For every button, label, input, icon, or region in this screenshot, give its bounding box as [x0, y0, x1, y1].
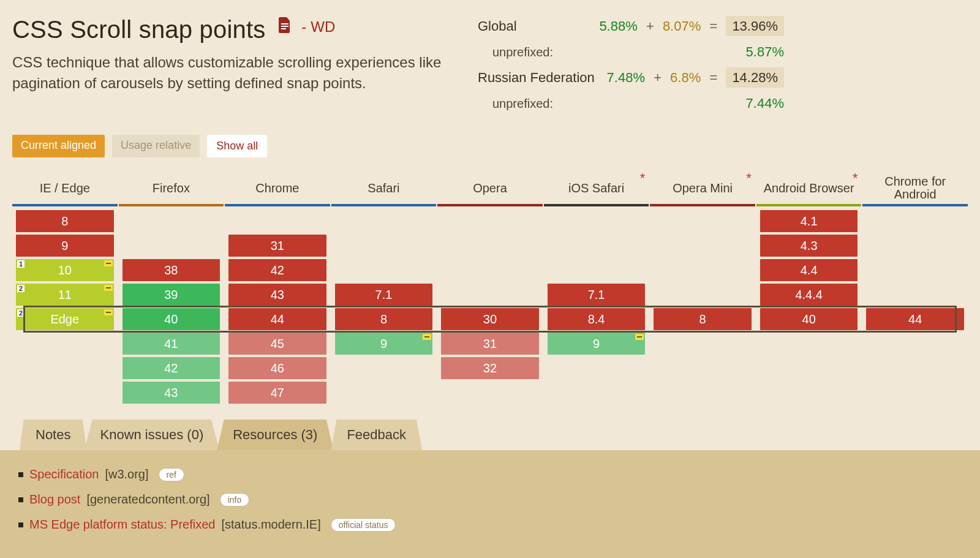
- stat-global-prefixed: 8.07%: [663, 18, 701, 34]
- browser-header[interactable]: Opera: [437, 172, 543, 204]
- version-cell: [866, 210, 964, 232]
- prefix-flag-icon: [104, 260, 113, 266]
- version-cell[interactable]: 112: [16, 284, 114, 306]
- version-cell[interactable]: 101: [16, 259, 114, 281]
- version-cell[interactable]: 4.1: [760, 210, 858, 232]
- resource-type-badge: ref: [159, 468, 184, 481]
- tab-resources[interactable]: Resources (3): [217, 420, 333, 450]
- version-cell[interactable]: 42: [228, 259, 326, 281]
- stat-region-prefixed: 6.8%: [670, 70, 701, 85]
- browser-header[interactable]: Firefox: [119, 172, 224, 204]
- filter-usage-relative[interactable]: Usage relative: [112, 135, 200, 157]
- version-cell[interactable]: 8: [654, 308, 752, 330]
- tab-feedback[interactable]: Feedback: [331, 420, 422, 450]
- view-filters: Current aligned Usage relative Show all: [12, 135, 968, 157]
- version-cell[interactable]: 7.1: [548, 284, 646, 306]
- column-separator: [331, 204, 437, 206]
- version-cell[interactable]: 9: [548, 333, 646, 355]
- browser-header[interactable]: IE / Edge: [12, 172, 118, 204]
- version-cell: [548, 210, 646, 232]
- version-cell[interactable]: 7.1: [335, 284, 433, 306]
- note-number-badge: 2: [17, 285, 24, 292]
- version-cell: [123, 235, 221, 257]
- version-cell[interactable]: 31: [441, 333, 539, 355]
- version-cell: [441, 259, 539, 281]
- resource-item: Specification [w3.org]ref: [18, 467, 962, 481]
- version-cell[interactable]: 9: [335, 333, 433, 355]
- bullet-icon: [18, 472, 23, 477]
- version-cell: [441, 235, 539, 257]
- tab-known-issues[interactable]: Known issues (0): [84, 420, 219, 450]
- version-cell[interactable]: 8: [335, 308, 433, 330]
- resource-link[interactable]: Specification: [29, 467, 99, 481]
- version-cell[interactable]: 40: [760, 308, 858, 330]
- browser-header[interactable]: Safari: [331, 172, 437, 204]
- version-cell[interactable]: 42: [123, 357, 221, 379]
- version-cell[interactable]: 44: [228, 308, 326, 330]
- version-cell: [548, 259, 646, 281]
- stat-global-unprefixed-label: unprefixed:: [478, 45, 746, 59]
- version-cell[interactable]: 39: [123, 284, 221, 306]
- version-cell[interactable]: 4.4.4: [760, 284, 858, 306]
- version-cell[interactable]: 4.4: [760, 259, 858, 281]
- version-cell: [654, 210, 752, 232]
- browser-header[interactable]: Chrome for Android: [862, 172, 968, 204]
- version-cell: [866, 284, 964, 306]
- version-cell[interactable]: 43: [123, 382, 221, 404]
- column-separator: [756, 204, 862, 206]
- browser-header[interactable]: iOS Safari*: [544, 172, 649, 204]
- resource-type-badge: info: [220, 493, 250, 507]
- version-cell[interactable]: 38: [123, 259, 221, 281]
- bullet-icon: [18, 522, 23, 527]
- version-cell: [866, 235, 964, 257]
- version-cell: [654, 259, 752, 281]
- version-cell: [654, 284, 752, 306]
- bullet-icon: [18, 497, 23, 502]
- prefix-flag-icon: [423, 334, 431, 340]
- resource-item: Blog post [generatedcontent.org]info: [18, 492, 962, 507]
- page-title: CSS Scroll snap points - WD: [12, 11, 453, 43]
- asterisk-icon: *: [640, 171, 646, 185]
- version-cell[interactable]: 31: [228, 235, 326, 257]
- detail-tabs: Notes Known issues (0) Resources (3) Fee…: [12, 420, 968, 450]
- version-cell[interactable]: 46: [228, 357, 326, 379]
- asterisk-icon: *: [853, 171, 858, 185]
- version-cell[interactable]: 4.3: [760, 235, 858, 257]
- browser-header[interactable]: Android Browser*: [756, 172, 862, 204]
- version-cell: [441, 210, 539, 232]
- resource-link[interactable]: MS Edge platform status: Prefixed: [29, 518, 215, 532]
- filter-show-all[interactable]: Show all: [207, 135, 267, 157]
- version-cell[interactable]: 32: [441, 357, 539, 379]
- column-separator: [650, 204, 755, 206]
- version-cell[interactable]: 43: [228, 284, 326, 306]
- prefix-flag-icon: [104, 285, 113, 291]
- stat-region-unprefixed: 7.44%: [746, 96, 784, 111]
- version-cell[interactable]: 45: [228, 333, 326, 355]
- resource-link[interactable]: Blog post: [29, 492, 80, 507]
- column-separator: [544, 204, 649, 206]
- version-cell[interactable]: 47: [228, 382, 326, 404]
- version-cell[interactable]: 8.4: [548, 308, 646, 330]
- version-cell: [335, 235, 433, 257]
- browser-header[interactable]: Chrome: [225, 172, 330, 204]
- spec-document-icon[interactable]: [279, 11, 291, 27]
- version-cell[interactable]: 41: [123, 333, 221, 355]
- version-cell[interactable]: 30: [441, 308, 539, 330]
- resource-domain: [status.modern.IE]: [221, 518, 320, 532]
- stat-region-label: Russian Federation: [478, 70, 607, 86]
- version-cell[interactable]: 8: [16, 210, 114, 232]
- filter-current-aligned[interactable]: Current aligned: [12, 135, 105, 157]
- resources-panel: Specification [w3.org]refBlog post [gene…: [0, 450, 980, 558]
- version-cell[interactable]: 9: [16, 235, 114, 257]
- note-number-badge: 2: [17, 309, 24, 317]
- usage-stats: Global 5.88% + 8.07% = 13.96% unprefixed…: [478, 11, 784, 116]
- browser-header[interactable]: Opera Mini*: [650, 172, 755, 204]
- version-cell[interactable]: 44: [866, 308, 964, 330]
- feature-name: CSS Scroll snap points: [12, 16, 265, 43]
- version-cell: [866, 259, 964, 281]
- stat-region-total: 14.28%: [726, 67, 784, 88]
- resource-domain: [generatedcontent.org]: [86, 492, 209, 507]
- tab-notes[interactable]: Notes: [20, 420, 86, 450]
- version-cell[interactable]: Edge2: [16, 308, 114, 330]
- version-cell[interactable]: 40: [123, 308, 221, 330]
